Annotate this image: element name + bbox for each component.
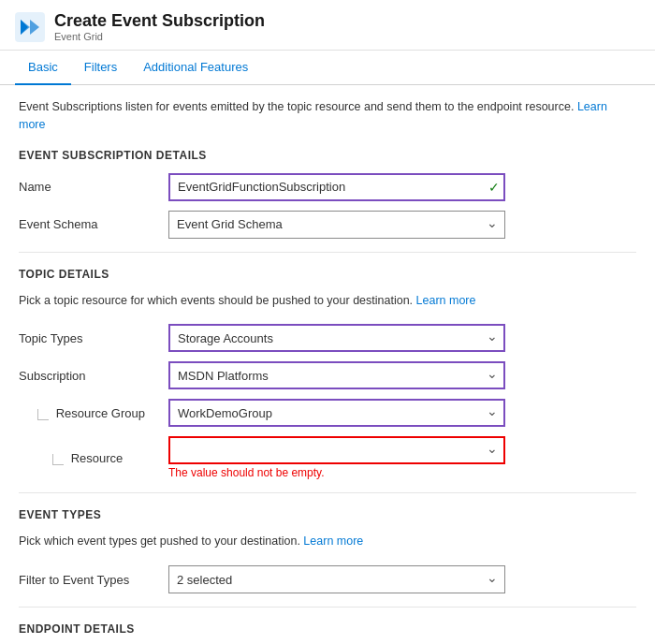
event-schema-label: Event Schema xyxy=(19,217,168,231)
topic-types-control: Storage Accounts xyxy=(168,324,505,352)
tab-basic[interactable]: Basic xyxy=(15,51,71,85)
name-label: Name xyxy=(19,180,168,194)
intro-text: Event Subscriptions listen for events em… xyxy=(19,98,636,134)
topic-types-select-wrapper: Storage Accounts xyxy=(168,324,505,352)
resource-select-wrapper xyxy=(168,436,505,464)
filter-event-types-row: Filter to Event Types 2 selected xyxy=(19,565,636,593)
event-schema-select[interactable]: Event Grid Schema xyxy=(168,211,505,239)
filter-event-types-select[interactable]: 2 selected xyxy=(168,565,505,593)
event-types-learn-more-link[interactable]: Learn more xyxy=(303,534,363,548)
resource-group-control: WorkDemoGroup xyxy=(168,399,505,427)
resource-control: The value should not be empty. xyxy=(168,436,505,479)
filter-event-types-label: Filter to Event Types xyxy=(19,573,168,587)
event-schema-row: Event Schema Event Grid Schema xyxy=(19,211,636,239)
main-content: Event Subscriptions listen for events em… xyxy=(0,85,655,644)
section-divider-3 xyxy=(19,607,636,607)
section-divider-1 xyxy=(19,252,636,253)
filter-event-types-control: 2 selected xyxy=(168,565,505,593)
subscription-row: Subscription MSDN Platforms xyxy=(19,361,636,389)
resource-group-select[interactable]: WorkDemoGroup xyxy=(168,399,505,427)
subscription-label: Subscription xyxy=(19,369,168,383)
resource-label: Resource xyxy=(19,451,168,465)
tabs-bar: Basic Filters Additional Features xyxy=(0,51,655,85)
event-types-section-title: EVENT TYPES xyxy=(19,508,636,521)
resource-group-row: Resource Group WorkDemoGroup xyxy=(19,399,636,427)
topic-description: Pick a topic resource for which events s… xyxy=(19,292,636,310)
page-title: Create Event Subscription xyxy=(54,11,265,31)
event-schema-select-wrapper: Event Grid Schema xyxy=(168,211,505,239)
topic-types-row: Topic Types Storage Accounts xyxy=(19,324,636,352)
resource-row: Resource The value should not be empty. xyxy=(19,436,636,479)
resource-group-label: Resource Group xyxy=(19,406,168,420)
event-schema-control: Event Grid Schema xyxy=(168,211,505,239)
topic-types-select[interactable]: Storage Accounts xyxy=(168,324,505,352)
topic-learn-more-link[interactable]: Learn more xyxy=(416,294,476,307)
resource-select[interactable] xyxy=(168,436,505,464)
topic-types-label: Topic Types xyxy=(19,331,168,345)
check-icon: ✓ xyxy=(488,180,500,195)
topic-section-title: TOPIC DETAILS xyxy=(19,268,636,281)
tab-additional-features[interactable]: Additional Features xyxy=(130,51,261,85)
resource-error-text: The value should not be empty. xyxy=(168,466,505,479)
tab-filters[interactable]: Filters xyxy=(71,51,130,85)
name-control: ✓ xyxy=(168,173,505,201)
resource-group-select-wrapper: WorkDemoGroup xyxy=(168,399,505,427)
subscription-select-wrapper: MSDN Platforms xyxy=(168,361,505,389)
event-types-description: Pick which event types get pushed to you… xyxy=(19,533,636,550)
name-input-wrapper: ✓ xyxy=(168,173,505,201)
subscription-control: MSDN Platforms xyxy=(168,361,505,389)
subscription-select[interactable]: MSDN Platforms xyxy=(168,361,505,389)
name-input[interactable] xyxy=(168,173,505,201)
filter-event-types-select-wrapper: 2 selected xyxy=(168,565,505,593)
header-text: Create Event Subscription Event Grid xyxy=(54,11,265,42)
event-subscription-section-title: EVENT SUBSCRIPTION DETAILS xyxy=(19,149,636,162)
section-divider-2 xyxy=(19,492,636,493)
endpoint-section-title: ENDPOINT DETAILS xyxy=(19,622,636,636)
page-header: Create Event Subscription Event Grid xyxy=(0,0,655,51)
page-subtitle: Event Grid xyxy=(54,31,265,42)
name-row: Name ✓ xyxy=(19,173,636,201)
event-grid-icon xyxy=(15,12,45,42)
